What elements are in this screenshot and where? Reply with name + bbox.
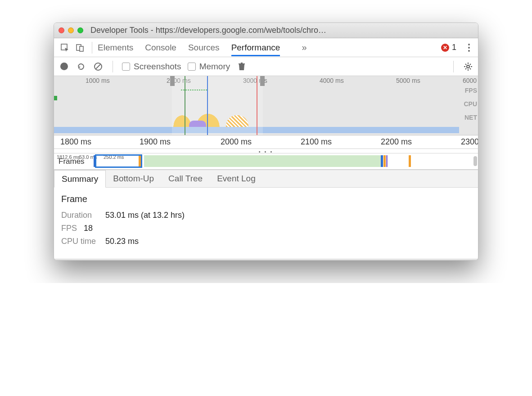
label-cpu: CPU <box>464 98 477 111</box>
details-tabbar: Summary Bottom-Up Call Tree Event Log <box>54 170 478 188</box>
frame-stripe <box>381 155 383 167</box>
frame-summary-panel: Frame Duration 53.01 ms (at 13.2 hrs) FP… <box>54 188 478 259</box>
ruler-tick: 4000 ms <box>320 77 344 84</box>
ruler-tick: 2000 ms <box>221 137 252 147</box>
long-frame[interactable] <box>144 155 383 167</box>
selected-frame[interactable] <box>95 154 142 168</box>
frames-label: Frames <box>59 157 85 166</box>
more-tabs-icon[interactable]: » <box>302 42 307 53</box>
device-toggle-icon[interactable] <box>74 41 86 54</box>
memory-checkbox[interactable]: Memory <box>188 62 230 72</box>
svg-rect-8 <box>239 63 245 64</box>
selection-handle-left[interactable] <box>170 76 175 86</box>
devtools-window: Developer Tools - https://developers.goo… <box>54 22 478 261</box>
tab-call-tree[interactable]: Call Tree <box>161 170 210 187</box>
ruler-tick: 5000 ms <box>396 77 420 84</box>
frame-stripe <box>383 155 386 167</box>
overview-track-labels: FPS CPU NET <box>464 84 477 125</box>
svg-line-7 <box>96 64 100 69</box>
ruler-tick: 1800 ms <box>60 137 91 147</box>
panel-footer <box>54 259 478 260</box>
detail-row: FPS 18 <box>61 224 471 233</box>
devtools-tabbar: Elements Console Sources Performance » ✕… <box>54 38 478 57</box>
error-counter[interactable]: ✕ 1 <box>441 43 456 52</box>
close-icon[interactable] <box>59 27 64 33</box>
tab-sources[interactable]: Sources <box>188 39 220 56</box>
screenshots-checkbox[interactable]: Screenshots <box>122 62 181 72</box>
scrollbar-thumb[interactable] <box>473 156 477 166</box>
detail-key: FPS <box>61 224 79 233</box>
svg-point-5 <box>468 50 470 52</box>
detail-row: Duration 53.01 ms (at 13.2 hrs) <box>61 211 471 220</box>
error-icon: ✕ <box>441 44 449 52</box>
garbage-collect-icon[interactable] <box>236 61 247 72</box>
ruler-tick: 2300 <box>461 137 478 147</box>
ruler-tick: 6000 <box>463 77 477 84</box>
fps-bar <box>54 96 57 100</box>
label-net: NET <box>464 111 477 125</box>
frame-stripe <box>386 155 388 167</box>
ruler-tick: 1900 ms <box>140 137 171 147</box>
svg-point-3 <box>468 44 470 45</box>
ruler-tick: 1000 ms <box>86 77 110 84</box>
settings-icon[interactable] <box>463 61 473 72</box>
timeline-overview[interactable]: 1000 ms 2000 ms 3000 ms 4000 ms 5000 ms … <box>54 76 478 135</box>
tab-performance[interactable]: Performance <box>231 39 280 56</box>
detail-value: 50.23 ms <box>105 237 139 246</box>
reload-button[interactable] <box>76 61 86 72</box>
detail-row: CPU time 50.23 ms <box>61 237 471 246</box>
detail-value: 53.01 ms (at 13.2 hrs) <box>105 211 185 220</box>
detail-key: CPU time <box>61 237 101 246</box>
ruler-tick: 2100 ms <box>301 137 332 147</box>
detail-ruler[interactable]: 1800 ms 1900 ms 2000 ms 2100 ms 2200 ms … <box>54 135 478 149</box>
svg-point-10 <box>467 65 469 68</box>
minimize-icon[interactable] <box>68 27 74 33</box>
divider <box>113 61 113 72</box>
svg-rect-2 <box>80 46 83 51</box>
maximize-icon[interactable] <box>77 27 83 33</box>
traffic-lights <box>59 27 83 33</box>
svg-point-4 <box>468 47 470 49</box>
overview-ruler: 1000 ms 2000 ms 3000 ms 4000 ms 5000 ms … <box>54 76 478 85</box>
screenshots-label: Screenshots <box>134 62 181 72</box>
tab-bottom-up[interactable]: Bottom-Up <box>106 170 161 187</box>
svg-rect-9 <box>241 63 243 63</box>
kebab-menu-icon[interactable] <box>463 41 475 54</box>
record-button[interactable] <box>59 61 69 72</box>
window-title: Developer Tools - https://developers.goo… <box>90 26 473 35</box>
tab-summary[interactable]: Summary <box>54 170 106 188</box>
ruler-tick: 2200 ms <box>381 137 412 147</box>
checkbox-icon <box>122 63 130 71</box>
tab-console[interactable]: Console <box>145 39 176 56</box>
clear-button[interactable] <box>93 61 104 72</box>
divider <box>92 42 92 54</box>
inspect-element-icon[interactable] <box>59 41 71 54</box>
checkbox-icon <box>188 63 196 71</box>
memory-label: Memory <box>199 62 230 72</box>
tab-event-log[interactable]: Event Log <box>210 170 263 187</box>
frames-track[interactable]: 1812.6 ms 53.0 ms 250.2 ms Frames <box>54 153 478 170</box>
tab-elements[interactable]: Elements <box>98 39 133 56</box>
detail-key: Duration <box>61 211 101 220</box>
divider <box>453 61 454 72</box>
panel-tabs: Elements Console Sources Performance » <box>98 39 307 56</box>
titlebar: Developer Tools - https://developers.goo… <box>54 23 478 38</box>
details-heading: Frame <box>61 194 471 204</box>
selection-handle-right[interactable] <box>260 76 265 86</box>
detail-value: 18 <box>84 224 93 233</box>
frame-stripe <box>409 155 411 167</box>
performance-toolbar: Screenshots Memory <box>54 57 478 76</box>
overview-selection[interactable] <box>172 76 263 135</box>
collapsed-tracks-indicator[interactable]: • • • <box>54 149 478 153</box>
label-fps: FPS <box>464 84 477 98</box>
error-count: 1 <box>452 43 456 52</box>
